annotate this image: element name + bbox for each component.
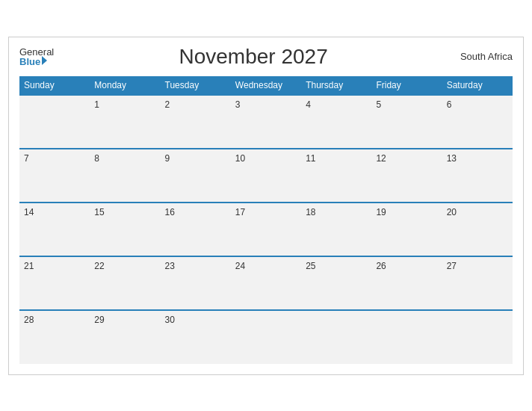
calendar-container: General Blue November 2027 South Africa … [8, 37, 524, 375]
header-monday: Monday [90, 76, 160, 95]
header-tuesday: Tuesday [161, 76, 231, 95]
day-cell-w2-d3: 17 [231, 203, 301, 256]
week-row-1: 78910111213 [19, 149, 513, 203]
day-cell-w4-d0: 28 [19, 310, 90, 364]
header-wednesday: Wednesday [231, 76, 301, 95]
header-sunday: Sunday [19, 76, 90, 95]
day-cell-w4-d1: 29 [90, 310, 160, 364]
day-cell-w0-d0 [19, 95, 90, 149]
day-cell-w1-d3: 10 [231, 149, 301, 203]
day-cell-w3-d2: 23 [161, 256, 231, 310]
day-cell-w2-d1: 15 [90, 203, 160, 256]
country-name: South Africa [453, 51, 513, 62]
day-cell-w3-d5: 26 [371, 256, 442, 310]
day-cell-w1-d6: 13 [442, 149, 513, 203]
logo-blue-text: Blue [19, 57, 54, 67]
day-cell-w0-d6: 6 [442, 95, 513, 149]
day-cell-w1-d1: 8 [90, 149, 160, 203]
day-cell-w3-d6: 27 [442, 256, 513, 310]
days-header-row: Sunday Monday Tuesday Wednesday Thursday… [19, 76, 513, 95]
day-cell-w2-d2: 16 [161, 203, 231, 256]
week-row-2: 14151617181920 [19, 203, 513, 256]
day-cell-w2-d4: 18 [301, 203, 371, 256]
day-cell-w1-d0: 7 [19, 149, 90, 203]
week-row-4: 282930 [19, 310, 513, 364]
header-saturday: Saturday [442, 76, 513, 95]
day-cell-w2-d0: 14 [19, 203, 90, 256]
calendar-title: November 2027 [54, 45, 453, 69]
calendar-grid: Sunday Monday Tuesday Wednesday Thursday… [19, 76, 513, 364]
logo-general-text: General [19, 47, 54, 57]
day-cell-w1-d2: 9 [161, 149, 231, 203]
day-cell-w0-d2: 2 [161, 95, 231, 149]
week-row-0: 123456 [19, 95, 513, 149]
day-cell-w2-d5: 19 [371, 203, 442, 256]
day-cell-w0-d5: 5 [371, 95, 442, 149]
day-cell-w4-d2: 30 [161, 310, 231, 364]
day-cell-w4-d6 [442, 310, 513, 364]
day-cell-w4-d4 [301, 310, 371, 364]
day-cell-w4-d3 [231, 310, 301, 364]
day-cell-w3-d3: 24 [231, 256, 301, 310]
header-friday: Friday [371, 76, 442, 95]
day-cell-w0-d1: 1 [90, 95, 160, 149]
header-thursday: Thursday [301, 76, 371, 95]
logo: General Blue [19, 47, 54, 67]
logo-triangle-icon [42, 56, 47, 65]
day-cell-w1-d4: 11 [301, 149, 371, 203]
day-cell-w1-d5: 12 [371, 149, 442, 203]
day-cell-w3-d0: 21 [19, 256, 90, 310]
calendar-header: General Blue November 2027 South Africa [19, 45, 513, 69]
day-cell-w2-d6: 20 [442, 203, 513, 256]
day-cell-w0-d4: 4 [301, 95, 371, 149]
day-cell-w0-d3: 3 [231, 95, 301, 149]
day-cell-w3-d1: 22 [90, 256, 160, 310]
day-cell-w3-d4: 25 [301, 256, 371, 310]
week-row-3: 21222324252627 [19, 256, 513, 310]
day-cell-w4-d5 [371, 310, 442, 364]
